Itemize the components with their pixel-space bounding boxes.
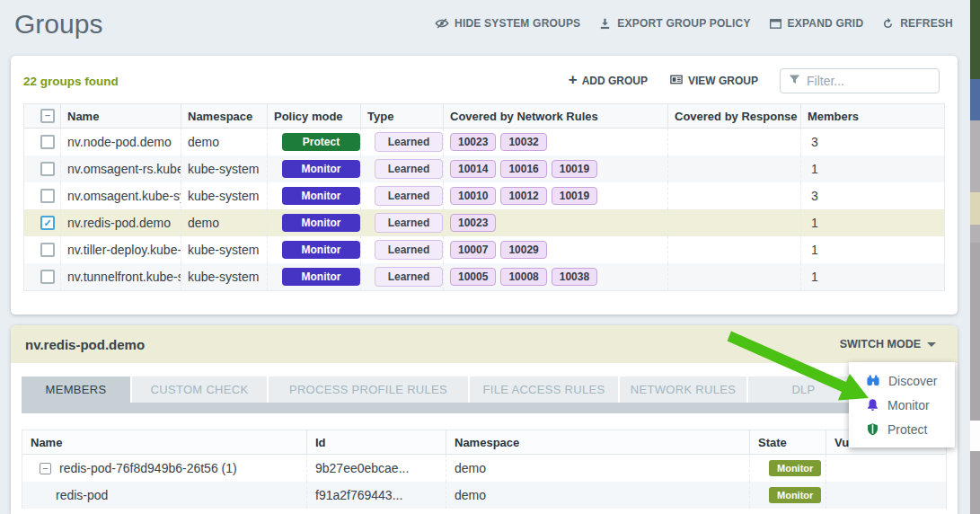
switch-mode-menu: Discover Monitor Protect — [849, 362, 955, 448]
rule-id-pill: 10019 — [552, 160, 597, 178]
column-header-namespace[interactable]: Namespace — [446, 430, 749, 454]
export-group-policy-button[interactable]: EXPORT GROUP POLICY — [598, 17, 750, 31]
collapse-toggle-icon[interactable] — [40, 463, 51, 474]
column-header-policy-mode[interactable]: Policy mode — [267, 104, 360, 128]
column-header-network-rules[interactable]: Covered by Network Rules — [443, 104, 667, 128]
tab-members[interactable]: MEMBERS — [22, 377, 130, 403]
row-checkbox[interactable] — [40, 270, 55, 284]
filter-funnel-icon — [789, 73, 800, 89]
policy-mode-badge: Monitor — [282, 160, 360, 178]
detail-panel-title: nv.redis-pod.demo — [25, 337, 145, 352]
menu-item-monitor-label: Monitor — [887, 398, 930, 412]
hide-system-groups-label: HIDE SYSTEM GROUPS — [455, 17, 580, 30]
response-rules-cell — [667, 182, 800, 209]
groups-panel: 22 groups found ADD GROUP VIEW GROUP — [11, 56, 958, 315]
response-rules-cell — [667, 263, 800, 290]
rule-id-pill: 10007 — [450, 241, 496, 259]
add-group-label: ADD GROUP — [582, 75, 648, 87]
switch-mode-label: SWITCH MODE — [840, 338, 921, 350]
table-row[interactable]: nv.omsagent.kube-sy kube-system Monitor … — [24, 182, 944, 209]
column-header-members[interactable]: Members — [800, 104, 944, 128]
rule-id-pill: 10032 — [500, 133, 546, 151]
view-group-button[interactable]: VIEW GROUP — [669, 73, 758, 89]
policy-mode-badge: Monitor — [282, 268, 360, 286]
column-header-response-rules[interactable]: Covered by Response ... — [667, 104, 800, 128]
tab-file-access-rules[interactable]: FILE ACCESS RULES — [470, 377, 618, 403]
menu-item-discover-label: Discover — [888, 374, 937, 388]
members-table: Name Id Namespace State Vulnerabilities … — [22, 430, 947, 509]
member-id: 9b27ee0ebcae... — [306, 455, 446, 482]
response-rules-cell — [667, 209, 800, 236]
group-namespace: kube-system — [181, 263, 267, 290]
menu-item-protect-label: Protect — [887, 422, 927, 437]
members-count: 1 — [800, 155, 944, 182]
group-namespace: kube-system — [181, 236, 267, 263]
column-header-state[interactable]: State — [749, 430, 825, 454]
type-pill: Learned — [375, 186, 443, 206]
group-name: nv.tiller-deploy.kube-s — [60, 236, 181, 263]
members-count: 1 — [800, 263, 944, 290]
column-header-namespace[interactable]: Namespace — [181, 104, 267, 128]
shield-icon — [866, 422, 879, 436]
response-rules-cell — [667, 236, 800, 263]
active-tab-strip — [22, 403, 947, 413]
export-group-policy-label: EXPORT GROUP POLICY — [617, 17, 750, 30]
switch-mode-button[interactable]: SWITCH MODE — [840, 338, 936, 350]
hide-system-groups-button[interactable]: HIDE SYSTEM GROUPS — [435, 16, 580, 31]
member-row[interactable]: redis-pod-76f8d949b6-26t56 (1) 9b27ee0eb… — [22, 455, 946, 482]
row-checkbox[interactable] — [40, 216, 55, 230]
menu-item-protect[interactable]: Protect — [849, 417, 955, 441]
policy-mode-badge: Protect — [282, 133, 360, 151]
row-checkbox[interactable] — [40, 135, 55, 149]
table-row[interactable]: nv.tunnelfront.kube-s kube-system Monito… — [24, 263, 944, 290]
rule-id-pill: 10014 — [450, 160, 496, 178]
tab-process-profile-rules[interactable]: PROCESS PROFILE RULES — [269, 377, 468, 403]
table-row-selected[interactable]: nv.redis-pod.demo demo Monitor Learned 1… — [24, 209, 944, 236]
background-window-sliver — [970, 0, 980, 514]
group-namespace: kube-system — [181, 182, 267, 209]
eye-off-icon — [435, 16, 449, 31]
rule-id-pill: 10029 — [500, 241, 546, 259]
menu-item-discover[interactable]: Discover — [849, 368, 955, 393]
member-vulnerabilities — [825, 482, 946, 509]
rule-id-pill: 10023 — [450, 133, 496, 151]
table-row[interactable]: nv.omsagent-rs.kube- kube-system Monitor… — [24, 155, 944, 182]
type-pill: Learned — [375, 240, 443, 260]
groups-table: Name Namespace Policy mode Type Covered … — [23, 103, 945, 291]
state-badge: Monitor — [769, 487, 821, 503]
member-row[interactable]: redis-pod f91a2f769443... demo Monitor — [22, 482, 946, 509]
member-namespace: demo — [446, 455, 749, 482]
type-pill: Learned — [375, 267, 443, 287]
tab-dlp[interactable]: DLP — [748, 377, 859, 403]
member-name: redis-pod — [56, 488, 108, 502]
download-icon — [598, 17, 612, 31]
refresh-button[interactable]: REFRESH — [881, 17, 953, 31]
tab-custom-check[interactable]: CUSTOM CHECK — [132, 377, 267, 403]
column-header-name[interactable]: Name — [22, 430, 306, 454]
column-header-name[interactable]: Name — [60, 104, 181, 128]
expand-grid-button[interactable]: EXPAND GRID — [769, 17, 864, 31]
add-group-button[interactable]: ADD GROUP — [569, 75, 648, 87]
select-all-checkbox[interactable] — [40, 109, 55, 123]
refresh-icon — [881, 17, 895, 31]
card-view-icon — [669, 73, 684, 89]
rule-id-pill: 10038 — [552, 268, 597, 286]
table-row[interactable]: nv.tiller-deploy.kube-s kube-system Moni… — [24, 236, 944, 263]
state-badge: Monitor — [769, 460, 821, 476]
member-namespace: demo — [446, 482, 749, 509]
row-checkbox[interactable] — [40, 162, 55, 176]
table-row[interactable]: nv.node-pod.demo demo Protect Learned 10… — [24, 128, 944, 155]
column-header-id[interactable]: Id — [306, 430, 446, 454]
column-header-type[interactable]: Type — [360, 104, 443, 128]
bell-icon — [866, 398, 879, 412]
tab-network-rules[interactable]: NETWORK RULES — [620, 377, 746, 403]
window-icon — [769, 17, 782, 31]
group-name: nv.tunnelfront.kube-s — [60, 263, 181, 290]
members-count: 1 — [800, 236, 944, 263]
row-checkbox[interactable] — [40, 189, 55, 203]
plus-icon — [569, 75, 578, 87]
filter-input[interactable] — [807, 74, 931, 88]
group-name: nv.node-pod.demo — [60, 128, 181, 155]
menu-item-monitor[interactable]: Monitor — [849, 393, 955, 417]
row-checkbox[interactable] — [40, 243, 55, 257]
